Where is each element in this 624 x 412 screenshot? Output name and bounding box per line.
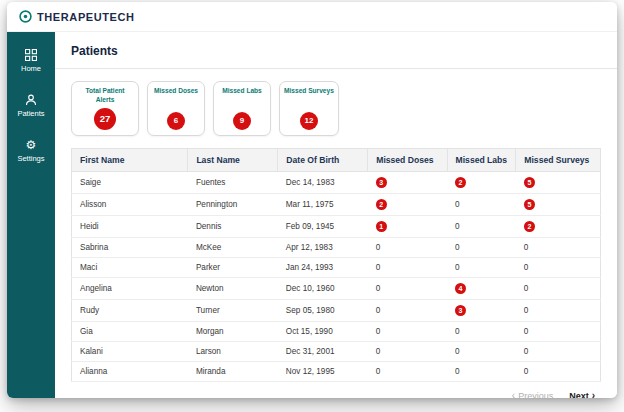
cell-missed-doses: 0 — [368, 277, 447, 299]
cell-date-of-birth: Mar 11, 1975 — [278, 193, 368, 215]
cell-first-name: Alianna — [72, 361, 188, 381]
cell-missed-labs: 0 — [447, 237, 516, 257]
cell-missed-labs: 0 — [447, 193, 516, 215]
table-row[interactable]: RudyTurnerSep 05, 1980030 — [72, 299, 601, 321]
alert-count-badge: 2 — [524, 221, 535, 232]
cell-missed-labs: 0 — [447, 321, 516, 341]
pagination: ‹ Previous Next › — [71, 382, 601, 398]
card-missed-doses[interactable]: Missed Doses 6 — [147, 81, 205, 136]
alert-count-badge: 5 — [524, 177, 535, 188]
cell-date-of-birth: Apr 12, 1983 — [278, 237, 368, 257]
card-label: Total Patient Alerts — [76, 87, 134, 105]
previous-page-button[interactable]: ‹ Previous — [512, 391, 553, 398]
table-row[interactable]: GiaMorganOct 15, 1990000 — [72, 321, 601, 341]
chevron-left-icon: ‹ — [512, 391, 515, 398]
cell-missed-labs: 3 — [447, 299, 516, 321]
cell-last-name: Morgan — [188, 321, 278, 341]
cell-missed-surveys: 0 — [516, 341, 601, 361]
next-page-button[interactable]: Next › — [569, 391, 595, 398]
person-icon — [25, 93, 38, 106]
sidebar-item-patients[interactable]: Patients — [7, 93, 55, 118]
patients-table-body: SaigeFuentesDec 14, 1983325AlissonPennin… — [72, 171, 601, 381]
card-label: Missed Doses — [154, 87, 198, 96]
alert-count-badge: 12 — [300, 112, 318, 130]
alert-count-badge: 27 — [94, 108, 116, 130]
table-row[interactable]: KalaniLarsonDec 31, 2001000 — [72, 341, 601, 361]
cell-last-name: Parker — [188, 257, 278, 277]
column-header-missed-doses: Missed Doses — [368, 148, 447, 171]
table-row[interactable]: AliannaMirandaNov 12, 1995000 — [72, 361, 601, 381]
previous-label: Previous — [518, 391, 553, 398]
column-header-first-name: First Name — [72, 148, 188, 171]
cell-missed-surveys: 0 — [516, 361, 601, 381]
cell-missed-doses: 2 — [368, 193, 447, 215]
cell-last-name: Newton — [188, 277, 278, 299]
cell-date-of-birth: Dec 31, 2001 — [278, 341, 368, 361]
cell-last-name: Larson — [188, 341, 278, 361]
alert-count-badge: 1 — [376, 221, 387, 232]
cell-first-name: Heidi — [72, 215, 188, 237]
cell-missed-surveys: 2 — [516, 215, 601, 237]
table-row[interactable]: AngelinaNewtonDec 10, 1960040 — [72, 277, 601, 299]
table-row[interactable]: HeidiDennisFeb 09, 1945102 — [72, 215, 601, 237]
alert-count-badge: 9 — [233, 112, 251, 130]
cell-first-name: Sabrina — [72, 237, 188, 257]
cell-missed-surveys: 0 — [516, 321, 601, 341]
table-row[interactable]: MaciParkerJan 24, 1993000 — [72, 257, 601, 277]
cell-first-name: Kalani — [72, 341, 188, 361]
cell-date-of-birth: Feb 09, 1945 — [278, 215, 368, 237]
cell-first-name: Saige — [72, 171, 188, 193]
cell-last-name: Turner — [188, 299, 278, 321]
cell-missed-surveys: 0 — [516, 257, 601, 277]
cell-last-name: Pennington — [188, 193, 278, 215]
cell-first-name: Rudy — [72, 299, 188, 321]
cell-missed-surveys: 5 — [516, 193, 601, 215]
table-row[interactable]: SaigeFuentesDec 14, 1983325 — [72, 171, 601, 193]
cell-missed-labs: 0 — [447, 341, 516, 361]
cell-missed-doses: 0 — [368, 321, 447, 341]
sidebar-item-home[interactable]: Home — [7, 48, 55, 73]
cell-last-name: Fuentes — [188, 171, 278, 193]
table-header-row: First Name Last Name Date Of Birth Misse… — [72, 148, 601, 171]
patients-table: First Name Last Name Date Of Birth Misse… — [71, 148, 601, 382]
top-bar: THERAPEUTECH — [7, 2, 617, 32]
cell-missed-labs: 0 — [447, 361, 516, 381]
alert-count-badge: 2 — [376, 199, 387, 210]
cell-missed-surveys: 5 — [516, 171, 601, 193]
column-header-date-of-birth: Date Of Birth — [278, 148, 368, 171]
logo-text: THERAPEUTECH — [37, 11, 135, 23]
card-missed-surveys[interactable]: Missed Surveys 12 — [279, 81, 339, 136]
cell-date-of-birth: Dec 10, 1960 — [278, 277, 368, 299]
card-missed-labs[interactable]: Missed Labs 9 — [213, 81, 271, 136]
cell-first-name: Gia — [72, 321, 188, 341]
sidebar-item-label: Home — [21, 64, 41, 73]
cell-missed-doses: 3 — [368, 171, 447, 193]
cell-missed-labs: 4 — [447, 277, 516, 299]
cell-missed-labs: 0 — [447, 257, 516, 277]
cell-missed-labs: 2 — [447, 171, 516, 193]
page-title: Patients — [71, 44, 118, 58]
cell-last-name: Miranda — [188, 361, 278, 381]
sidebar-item-settings[interactable]: ⚙ Settings — [7, 138, 55, 163]
cell-first-name: Maci — [72, 257, 188, 277]
table-row[interactable]: AlissonPenningtonMar 11, 1975205 — [72, 193, 601, 215]
alert-count-badge: 5 — [524, 199, 535, 210]
alert-count-badge: 3 — [455, 305, 466, 316]
alert-count-badge: 2 — [455, 177, 466, 188]
cell-date-of-birth: Nov 12, 1995 — [278, 361, 368, 381]
main-content: Patients Total Patient Alerts 27 Missed … — [55, 32, 617, 398]
cell-last-name: Dennis — [188, 215, 278, 237]
cell-missed-doses: 1 — [368, 215, 447, 237]
home-grid-icon — [25, 48, 38, 61]
cell-first-name: Alisson — [72, 193, 188, 215]
sidebar-item-label: Settings — [17, 154, 44, 163]
app-logo: THERAPEUTECH — [19, 10, 135, 23]
cell-last-name: McKee — [188, 237, 278, 257]
sidebar-item-label: Patients — [17, 109, 44, 118]
chevron-right-icon: › — [592, 391, 595, 398]
card-total-patient-alerts[interactable]: Total Patient Alerts 27 — [71, 81, 139, 136]
column-header-last-name: Last Name — [188, 148, 278, 171]
cell-date-of-birth: Sep 05, 1980 — [278, 299, 368, 321]
table-row[interactable]: SabrinaMcKeeApr 12, 1983000 — [72, 237, 601, 257]
card-label: Missed Labs — [222, 87, 262, 96]
